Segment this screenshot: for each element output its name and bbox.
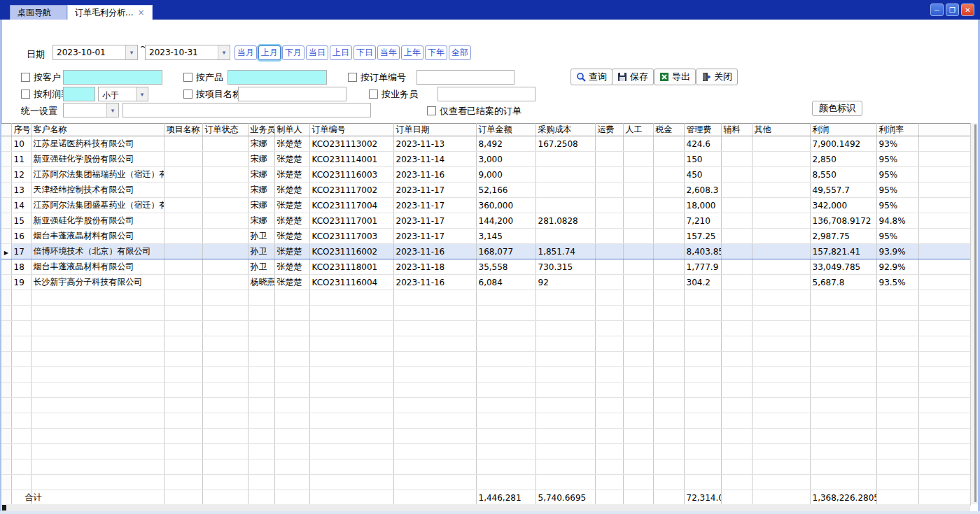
quick-current-day-button[interactable]: 当日	[306, 45, 328, 60]
date-to-combobox[interactable]: 2023-10-31 ▾	[145, 45, 230, 60]
grid-cell[interactable]	[623, 275, 653, 290]
grid-cell[interactable]	[202, 290, 248, 306]
grid-cell[interactable]	[309, 444, 393, 459]
grid-cell[interactable]	[876, 413, 918, 429]
grid-cell[interactable]	[393, 367, 476, 383]
grid-cell[interactable]: 136,708.9172	[810, 213, 876, 229]
grid-cell[interactable]: 17	[11, 244, 31, 259]
column-header[interactable]: 利润	[810, 124, 876, 136]
grid-cell[interactable]	[164, 167, 202, 183]
order-no-filter-input[interactable]	[416, 70, 514, 85]
grid-cell[interactable]	[202, 383, 248, 398]
grid-cell[interactable]: 8,492	[476, 136, 536, 152]
grid-cell[interactable]: 12	[11, 167, 31, 183]
row-gutter[interactable]	[1, 413, 11, 429]
quick-next-year-button[interactable]: 下年	[425, 45, 447, 60]
grid-cell[interactable]	[810, 383, 876, 398]
grid-cell[interactable]	[653, 275, 684, 290]
grid-cell[interactable]	[721, 167, 752, 183]
grid-cell[interactable]	[476, 306, 536, 321]
grid-cell[interactable]: 宋娜	[248, 213, 274, 229]
grid-cell[interactable]	[11, 352, 31, 367]
grid-cell[interactable]	[274, 383, 309, 398]
grid-cell[interactable]	[595, 336, 623, 352]
grid-cell[interactable]: 95%	[876, 167, 918, 183]
grid-cell[interactable]: 张楚楚	[274, 183, 309, 198]
grid-cell[interactable]	[164, 290, 202, 306]
grid-cell[interactable]	[595, 475, 623, 490]
grid-cell[interactable]	[623, 306, 653, 321]
only-closed-checkbox[interactable]	[427, 106, 436, 115]
grid-cell[interactable]	[11, 444, 31, 459]
grid-cell[interactable]: 95%	[876, 198, 918, 213]
grid-cell[interactable]	[721, 229, 752, 244]
empty-row[interactable]	[1, 336, 970, 352]
grid-cell[interactable]	[721, 459, 752, 475]
grid-cell[interactable]	[536, 444, 595, 459]
grid-cell[interactable]	[248, 321, 274, 336]
table-row[interactable]: 14江苏阿尔法集团盛基药业（宿迁）有限公司宋娜张楚楚KCO23111700420…	[1, 198, 970, 213]
column-header[interactable]: 利润率	[876, 124, 918, 136]
grid-cell[interactable]	[11, 413, 31, 429]
row-gutter[interactable]	[1, 183, 11, 198]
grid-cell[interactable]: 宋娜	[248, 152, 274, 167]
grid-cell[interactable]	[476, 398, 536, 413]
grid-cell[interactable]: 18,000	[684, 198, 721, 213]
grid-cell[interactable]: 新亚强硅化学股份有限公司	[31, 152, 164, 167]
empty-row[interactable]	[1, 321, 970, 336]
grid-cell[interactable]	[623, 244, 653, 259]
grid-cell[interactable]	[164, 183, 202, 198]
profit-rate-filter-input[interactable]	[63, 87, 95, 101]
grid-cell[interactable]	[876, 290, 918, 306]
grid-cell[interactable]	[536, 429, 595, 444]
grid-cell[interactable]	[595, 306, 623, 321]
grid-cell[interactable]	[309, 475, 393, 490]
grid-cell[interactable]	[595, 321, 623, 336]
grid-cell[interactable]	[164, 413, 202, 429]
grid-cell[interactable]	[476, 475, 536, 490]
grid-cell[interactable]	[31, 367, 164, 383]
grid-cell[interactable]	[595, 244, 623, 259]
grid-cell[interactable]: 2023-11-17	[393, 183, 476, 198]
grid-cell[interactable]: 304.2	[684, 275, 721, 290]
grid-cell[interactable]: 2023-11-16	[393, 275, 476, 290]
grid-cell[interactable]	[202, 213, 248, 229]
grid-cell[interactable]: 张楚楚	[274, 136, 309, 152]
save-button[interactable]: 保存	[612, 69, 654, 85]
row-gutter[interactable]	[1, 136, 11, 152]
grid-cell[interactable]	[918, 290, 970, 306]
column-header[interactable]: 制单人	[274, 124, 309, 136]
grid-cell[interactable]: 2023-11-17	[393, 229, 476, 244]
empty-row[interactable]	[1, 413, 970, 429]
grid-cell[interactable]	[274, 306, 309, 321]
grid-cell[interactable]	[810, 429, 876, 444]
grid-cell[interactable]	[248, 459, 274, 475]
grid-cell[interactable]	[653, 398, 684, 413]
grid-cell[interactable]	[595, 275, 623, 290]
grid-cell[interactable]	[248, 336, 274, 352]
grid-cell[interactable]: 157,821.41	[810, 244, 876, 259]
grid-cell[interactable]: 天津经纬控制技术有限公司	[31, 183, 164, 198]
restore-button[interactable]: ❐	[946, 3, 959, 16]
close-window-button[interactable]: 关闭	[696, 69, 738, 85]
grid-cell[interactable]: 2023-11-13	[393, 136, 476, 152]
by-customer-checkbox[interactable]	[21, 73, 30, 82]
grid-cell[interactable]	[623, 321, 653, 336]
grid-cell[interactable]	[595, 290, 623, 306]
row-gutter[interactable]	[1, 259, 11, 275]
chevron-down-icon[interactable]: ▾	[125, 45, 137, 59]
grid-cell[interactable]	[810, 321, 876, 336]
grid-cell[interactable]	[653, 213, 684, 229]
grid-cell[interactable]	[810, 413, 876, 429]
grid-cell[interactable]	[309, 321, 393, 336]
grid-cell[interactable]	[248, 290, 274, 306]
row-gutter[interactable]	[1, 352, 11, 367]
grid-cell[interactable]: 8,550	[810, 167, 876, 183]
grid-cell[interactable]: 孙卫	[248, 229, 274, 244]
project-filter-input[interactable]	[238, 87, 346, 101]
grid-cell[interactable]	[623, 429, 653, 444]
table-row[interactable]: 10江苏星诺医药科技有限公司宋娜张楚楚KCO2311130022023-11-1…	[1, 136, 970, 152]
grid-cell[interactable]	[595, 413, 623, 429]
grid-cell[interactable]	[164, 244, 202, 259]
grid-cell[interactable]	[164, 352, 202, 367]
